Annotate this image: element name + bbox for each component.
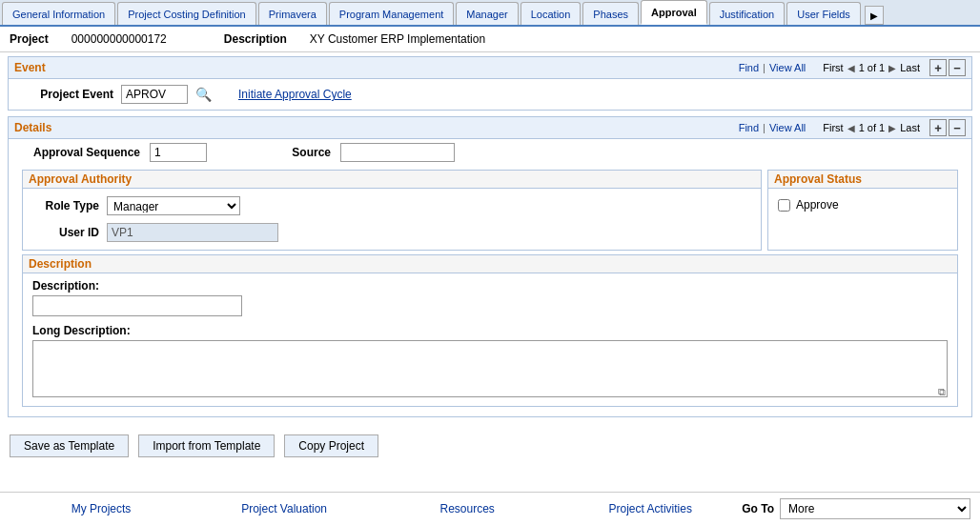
- event-section-title: Event: [14, 61, 46, 74]
- details-section-title: Details: [14, 121, 51, 134]
- details-section-nav: Find | View All First ◀ 1 of 1 ▶ Last + …: [739, 119, 966, 136]
- approval-status-box: Approval Status Approve: [767, 170, 958, 251]
- user-id-input[interactable]: [107, 223, 278, 242]
- goto-label: Go To: [742, 502, 774, 515]
- details-first-label: First: [823, 122, 843, 133]
- copy-project-button[interactable]: Copy Project: [284, 434, 378, 457]
- long-description-textarea[interactable]: [32, 340, 948, 397]
- tab-project-costing-definition[interactable]: Project Costing Definition: [117, 2, 256, 25]
- description-short-input[interactable]: [32, 295, 242, 316]
- details-section: Details Find | View All First ◀ 1 of 1 ▶…: [8, 116, 972, 417]
- description-subsection: Description Description: Long Descriptio…: [22, 254, 958, 407]
- event-add-btn[interactable]: +: [929, 59, 947, 76]
- footer-project-valuation-link[interactable]: Project Valuation: [193, 502, 376, 515]
- approve-checkbox[interactable]: [778, 199, 790, 212]
- event-next-arrow[interactable]: ▶: [888, 63, 896, 73]
- event-section: Event Find | View All First ◀ 1 of 1 ▶ L…: [8, 56, 972, 111]
- project-event-input[interactable]: [121, 85, 188, 104]
- event-page-info: 1 of 1: [859, 62, 886, 73]
- buttons-row: Save as Template Import from Template Co…: [0, 427, 980, 465]
- footer-my-projects-link[interactable]: My Projects: [10, 502, 193, 515]
- description-label: Description: [224, 32, 287, 46]
- import-from-template-button[interactable]: Import from Template: [138, 434, 275, 457]
- details-page-info: 1 of 1: [859, 122, 886, 133]
- project-value: 000000000000172: [71, 32, 167, 46]
- project-event-search-icon[interactable]: 🔍: [195, 87, 212, 102]
- tab-primavera[interactable]: Primavera: [258, 2, 327, 25]
- project-label: Project: [10, 32, 49, 46]
- source-input[interactable]: [340, 143, 455, 162]
- details-last-label: Last: [900, 122, 920, 133]
- two-col-authority-status: Approval Authority Role Type Manager Dir…: [16, 166, 964, 254]
- footer-resources-link[interactable]: Resources: [376, 502, 559, 515]
- description-subsection-title: Description: [23, 255, 957, 273]
- approve-row: Approve: [768, 189, 957, 221]
- footer-project-activities-link[interactable]: Project Activities: [559, 502, 742, 515]
- initiate-approval-cycle-link[interactable]: Initiate Approval Cycle: [238, 88, 352, 101]
- event-section-header: Event Find | View All First ◀ 1 of 1 ▶ L…: [9, 57, 971, 79]
- approval-status-title: Approval Status: [768, 171, 957, 189]
- project-event-label: Project Event: [18, 88, 113, 101]
- save-as-template-button[interactable]: Save as Template: [10, 434, 129, 457]
- tab-program-management[interactable]: Program Management: [329, 2, 454, 25]
- expand-textarea-icon[interactable]: ⧉: [938, 386, 946, 398]
- user-id-label: User ID: [32, 226, 99, 239]
- approval-authority-body: Role Type Manager Director VP Executive …: [23, 189, 761, 250]
- details-view-all-link[interactable]: View All: [769, 122, 806, 133]
- goto-container: Go To More Budget Planning Risk Assessme…: [742, 498, 970, 519]
- role-type-label: Role Type: [32, 199, 99, 212]
- long-description-container: ⧉: [32, 340, 948, 400]
- tab-manager[interactable]: Manager: [456, 2, 518, 25]
- details-prev-arrow[interactable]: ◀: [847, 123, 855, 133]
- event-form-row: Project Event 🔍 Initiate Approval Cycle: [9, 79, 971, 110]
- source-label: Source: [274, 146, 331, 159]
- event-prev-arrow[interactable]: ◀: [847, 63, 855, 73]
- event-first-label: First: [823, 62, 843, 73]
- tab-approval[interactable]: Approval: [641, 0, 707, 25]
- tab-phases[interactable]: Phases: [582, 2, 639, 25]
- tab-general-information[interactable]: General Information: [2, 2, 115, 25]
- details-add-btn[interactable]: +: [929, 119, 947, 136]
- tab-justification[interactable]: Justification: [709, 2, 785, 25]
- content-area: Event Find | View All First ◀ 1 of 1 ▶ L…: [0, 52, 980, 427]
- tabs-bar: General Information Project Costing Defi…: [0, 0, 980, 27]
- role-type-select[interactable]: Manager Director VP Executive: [107, 196, 240, 215]
- description-subsection-body: Description: Long Description: ⧉: [23, 273, 957, 406]
- details-remove-btn[interactable]: −: [949, 119, 966, 136]
- details-find-link[interactable]: Find: [739, 122, 759, 133]
- project-info-row: Project 000000000000172 Description XY C…: [0, 27, 980, 52]
- description-value: XY Customer ERP Implementation: [310, 32, 485, 46]
- approve-label: Approve: [796, 198, 839, 212]
- description-field-label: Description:: [32, 279, 948, 293]
- long-description-label: Long Description:: [32, 324, 948, 337]
- event-view-all-link[interactable]: View All: [769, 62, 806, 73]
- approval-authority-title: Approval Authority: [23, 171, 761, 189]
- approval-sequence-input[interactable]: [150, 143, 207, 162]
- event-last-label: Last: [900, 62, 920, 73]
- details-next-arrow[interactable]: ▶: [888, 123, 896, 133]
- details-body: Approval Sequence Source Approval Author…: [9, 139, 971, 416]
- approval-authority-box: Approval Authority Role Type Manager Dir…: [22, 170, 762, 251]
- event-find-link[interactable]: Find: [739, 62, 759, 73]
- tab-location[interactable]: Location: [521, 2, 582, 25]
- tab-user-fields[interactable]: User Fields: [786, 2, 861, 25]
- footer-nav: My Projects Project Valuation Resources …: [0, 492, 980, 525]
- event-remove-btn[interactable]: −: [949, 59, 966, 76]
- approval-sequence-label: Approval Sequence: [16, 146, 140, 159]
- tab-scroll-right[interactable]: ▶: [865, 6, 884, 25]
- goto-select[interactable]: More Budget Planning Risk Assessment Tim…: [780, 498, 970, 519]
- details-section-header: Details Find | View All First ◀ 1 of 1 ▶…: [9, 117, 971, 139]
- details-seq-source-row: Approval Sequence Source: [16, 143, 964, 162]
- event-section-nav: Find | View All First ◀ 1 of 1 ▶ Last + …: [739, 59, 966, 76]
